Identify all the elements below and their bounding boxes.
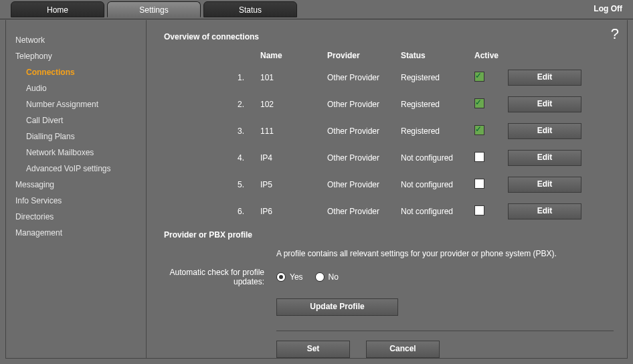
table-row: 4.IP4Other ProviderNot configuredEdit (164, 150, 614, 166)
row-name: 111 (260, 126, 327, 136)
row-name: IP5 (260, 180, 327, 189)
sidebar-item-directories[interactable]: Directories (15, 209, 143, 225)
set-button[interactable]: Set (276, 341, 350, 358)
sidebar-item-telephony[interactable]: Telephony (15, 48, 143, 64)
cancel-button[interactable]: Cancel (366, 341, 440, 358)
radio-dot-icon (276, 272, 286, 282)
col-header-name: Name (260, 51, 327, 60)
section-title-profile: Provider or PBX profile (164, 230, 614, 240)
row-status: Not configured (401, 153, 474, 163)
row-provider: Other Provider (327, 207, 401, 216)
row-index: 3. (164, 126, 260, 136)
radio-no[interactable]: No (315, 272, 339, 282)
section-title-overview: Overview of connections (164, 32, 614, 41)
radio-yes-label: Yes (290, 272, 303, 282)
content-area: ? Network Telephony Connections Audio Nu… (5, 20, 628, 359)
row-index: 1. (164, 73, 260, 82)
sidebar-item-network[interactable]: Network (15, 32, 143, 48)
edit-button[interactable]: Edit (508, 70, 581, 86)
row-index: 4. (164, 153, 260, 163)
sidebar-item-network-mailboxes[interactable]: Network Mailboxes (15, 145, 143, 161)
tab-strip: Home Settings Status Log Off (0, 0, 633, 19)
active-checkbox[interactable] (474, 179, 484, 189)
table-row: 2.102Other ProviderRegisteredEdit (164, 96, 614, 112)
tab-home[interactable]: Home (11, 1, 104, 17)
app-root: Home Settings Status Log Off ? Network T… (0, 0, 633, 364)
profile-description: A profile contains all relevant settings… (276, 249, 614, 258)
row-status: Registered (401, 73, 474, 82)
sidebar-item-management[interactable]: Management (15, 225, 143, 241)
sidebar-item-number-assignment[interactable]: Number Assignment (15, 96, 143, 112)
row-index: 2. (164, 100, 260, 109)
sidebar-item-dialling-plans[interactable]: Dialling Plans (15, 128, 143, 145)
row-status: Not configured (401, 207, 474, 216)
active-checkbox[interactable] (474, 152, 484, 162)
radio-no-label: No (329, 272, 339, 282)
col-header-active: Active (474, 51, 508, 60)
edit-button[interactable]: Edit (508, 177, 581, 193)
table-row: 3.111Other ProviderRegisteredEdit (164, 123, 614, 139)
provider-profile-section: Provider or PBX profile A profile contai… (164, 230, 614, 358)
table-row: 6.IP6Other ProviderNot configuredEdit (164, 203, 614, 219)
radio-yes[interactable]: Yes (276, 272, 303, 282)
button-bar: Set Cancel (276, 331, 614, 358)
edit-button[interactable]: Edit (508, 203, 581, 219)
active-checkbox[interactable] (474, 98, 484, 108)
table-row: 1.101Other ProviderRegisteredEdit (164, 70, 614, 86)
active-checkbox[interactable] (474, 125, 484, 135)
radio-dot-icon (315, 272, 325, 282)
sidebar-item-messaging[interactable]: Messaging (15, 177, 143, 193)
row-provider: Other Provider (327, 73, 401, 82)
tab-status[interactable]: Status (203, 1, 297, 17)
row-index: 5. (164, 180, 260, 189)
auto-check-label: Automatic check for profile updates: (164, 268, 276, 286)
row-provider: Other Provider (327, 100, 401, 109)
row-name: IP6 (260, 207, 327, 216)
row-provider: Other Provider (327, 153, 401, 163)
col-header-provider: Provider (327, 51, 401, 60)
sidebar-item-call-divert[interactable]: Call Divert (15, 112, 143, 128)
table-row: 5.IP5Other ProviderNot configuredEdit (164, 177, 614, 193)
row-name: IP4 (260, 153, 327, 163)
sidebar-item-connections[interactable]: Connections (15, 64, 143, 80)
col-header-status: Status (401, 51, 474, 60)
edit-button[interactable]: Edit (508, 150, 581, 166)
connections-table: Name Provider Status Active 1.101Other P… (164, 51, 614, 219)
row-provider: Other Provider (327, 180, 401, 189)
active-checkbox[interactable] (474, 72, 484, 82)
edit-button[interactable]: Edit (508, 123, 581, 139)
sidebar: Network Telephony Connections Audio Numb… (6, 20, 147, 358)
row-provider: Other Provider (327, 126, 401, 136)
row-index: 6. (164, 207, 260, 216)
active-checkbox[interactable] (474, 205, 484, 215)
edit-button[interactable]: Edit (508, 96, 581, 112)
table-header: Name Provider Status Active (164, 51, 614, 60)
row-status: Registered (401, 126, 474, 136)
row-status: Registered (401, 100, 474, 109)
logoff-link[interactable]: Log Off (594, 4, 622, 13)
sidebar-item-advanced-voip[interactable]: Advanced VoIP settings (15, 161, 143, 177)
row-name: 102 (260, 100, 327, 109)
sidebar-item-audio[interactable]: Audio (15, 80, 143, 96)
tab-settings[interactable]: Settings (107, 1, 201, 17)
update-profile-button[interactable]: Update Profile (276, 298, 398, 316)
row-name: 101 (260, 73, 327, 82)
row-status: Not configured (401, 180, 474, 189)
help-icon[interactable]: ? (611, 25, 619, 43)
main-panel: Overview of connections Name Provider St… (147, 20, 627, 358)
sidebar-item-info-services[interactable]: Info Services (15, 193, 143, 209)
